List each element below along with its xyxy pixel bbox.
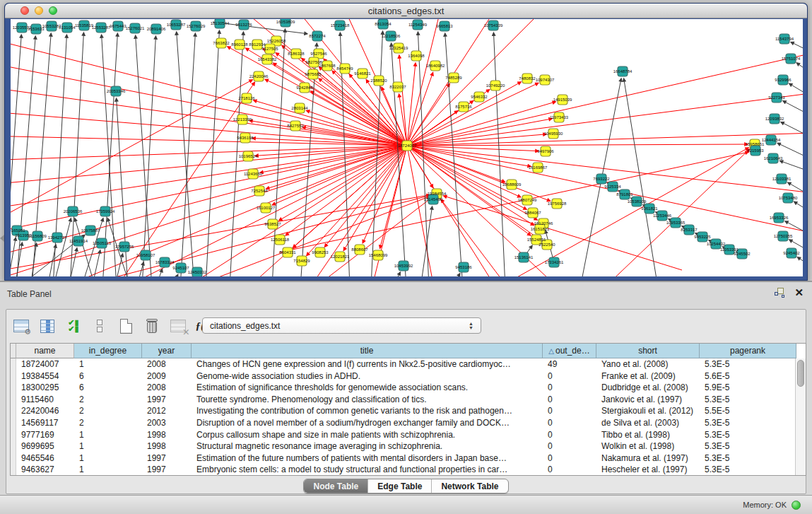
table-row[interactable]: 1456911722003Disruption of a novel membe…: [11, 417, 806, 429]
svg-text:9513276: 9513276: [235, 23, 252, 27]
svg-text:7485289: 7485289: [445, 76, 462, 80]
new-column-button[interactable]: [117, 317, 135, 335]
svg-text:8131054: 8131054: [59, 25, 76, 30]
svg-text:15276029: 15276029: [187, 24, 206, 28]
table-scrollbar[interactable]: [795, 358, 806, 475]
cell: 22420046: [16, 405, 74, 417]
column-header-year[interactable]: year: [142, 344, 192, 358]
column-header-name[interactable]: name: [16, 344, 74, 358]
collapse-handle-icon[interactable]: [0, 235, 4, 242]
svg-text:15723418: 15723418: [331, 23, 350, 28]
svg-text:12750355: 12750355: [774, 234, 793, 238]
table-row[interactable]: 977716911998Corpus callosum shape and si…: [11, 429, 806, 441]
svg-text:8215953: 8215953: [747, 148, 764, 153]
svg-text:18640982: 18640982: [426, 64, 445, 68]
cell: [11, 358, 16, 370]
svg-text:9665813: 9665813: [436, 24, 453, 28]
svg-text:20206536: 20206536: [64, 209, 83, 214]
table-options-button[interactable]: ⚙: [12, 317, 30, 335]
svg-text:9527546: 9527546: [310, 52, 327, 56]
svg-text:2522540: 2522540: [539, 243, 555, 247]
svg-text:7252544: 7252544: [251, 189, 268, 193]
table-row[interactable]: 946554611997Estimation of the future num…: [11, 452, 806, 465]
dropdown-arrows-icon: ▲▼: [469, 322, 473, 330]
show-column-button[interactable]: [38, 317, 57, 335]
cell: Dudbridge et al. (2008): [596, 382, 700, 394]
cell: 9699695: [16, 440, 74, 452]
cell: Investigating the contribution of common…: [192, 405, 543, 417]
table-row[interactable]: 2242004622012Investigating the contribut…: [11, 405, 806, 417]
cell: 0: [543, 452, 596, 465]
column-header-out_de…[interactable]: △out_de…: [543, 344, 596, 358]
column-header-title[interactable]: title: [192, 344, 543, 358]
table-row[interactable]: 1830029562008Estimation of significance …: [11, 382, 806, 394]
cell: 19384554: [16, 370, 74, 382]
tab-network-table[interactable]: Network Table: [431, 479, 507, 493]
svg-text:2803144: 2803144: [291, 106, 308, 110]
svg-text:9146821: 9146821: [354, 71, 371, 76]
cell: Nakamura et al. (1997): [596, 452, 700, 465]
svg-text:20891406: 20891406: [147, 27, 166, 31]
table-panel-title: Table Panel: [7, 289, 52, 299]
svg-text:11543794: 11543794: [775, 37, 794, 41]
network-view[interactable]: 1872400776638228960128891293415226058912…: [11, 19, 803, 276]
cell: [11, 417, 16, 429]
tab-node-table[interactable]: Node Table: [304, 479, 367, 493]
svg-text:20053346: 20053346: [107, 89, 126, 93]
svg-text:10974307: 10974307: [536, 78, 555, 82]
node-table[interactable]: namein_degreeyeartitle△out_de…shortpager…: [10, 343, 806, 476]
column-header-gutter: [11, 344, 16, 358]
svg-text:16543382: 16543382: [258, 57, 277, 62]
cell: 5.3E-5: [700, 417, 796, 429]
memory-status-label: Memory: OK: [743, 501, 787, 509]
svg-text:12093832: 12093832: [765, 117, 784, 121]
table-row[interactable]: 1938455462009Genome-wide association stu…: [11, 370, 806, 382]
svg-text:18724007: 18724007: [398, 144, 417, 148]
svg-text:9875685: 9875685: [305, 72, 322, 76]
cell: 5.3E-5: [700, 429, 796, 441]
new-file-icon: [120, 319, 132, 334]
cell: 2008: [142, 358, 192, 370]
delete-column-button[interactable]: [143, 317, 161, 335]
column-header-in_degree[interactable]: in_degree: [74, 344, 142, 358]
table-row[interactable]: 969969511998Structural magnetic resonanc…: [11, 440, 806, 452]
scrollbar-thumb[interactable]: [797, 360, 804, 387]
svg-text:2718126: 2718126: [238, 96, 255, 100]
hide-columns-button[interactable]: [90, 317, 109, 335]
tab-edge-table[interactable]: Edge Table: [367, 479, 431, 493]
table-row[interactable]: 1872400712008Changes of HCN gene express…: [11, 358, 806, 370]
table-row[interactable]: 946362711997Embryonic stem cells: a mode…: [11, 464, 806, 476]
float-panel-icon[interactable]: [775, 288, 784, 298]
svg-text:7154829: 7154829: [293, 259, 310, 263]
svg-text:11253446: 11253446: [653, 214, 672, 218]
svg-text:8604331: 8604331: [279, 250, 296, 255]
cell: 0: [543, 417, 596, 429]
close-panel-icon[interactable]: ✕: [794, 288, 804, 298]
cell: 2: [74, 394, 142, 406]
svg-text:7480832: 7480832: [519, 76, 536, 81]
svg-text:10958107: 10958107: [136, 253, 155, 257]
cell: 5.3E-5: [700, 358, 796, 370]
svg-text:11243650: 11243650: [244, 172, 263, 176]
select-columns-button[interactable]: ✔▮✔▮: [64, 317, 83, 335]
window-titlebar[interactable]: citations_edges.txt: [5, 4, 807, 18]
cell: 0: [543, 370, 596, 382]
svg-text:13505113: 13505113: [93, 241, 112, 245]
column-header-pagerank[interactable]: pagerank: [700, 344, 796, 358]
memory-status-icon[interactable]: [792, 501, 801, 510]
column-header-short[interactable]: short: [596, 344, 700, 358]
cell: Disruption of a novel member of a sodium…: [192, 417, 543, 429]
svg-text:10495930: 10495930: [544, 132, 563, 136]
network-window: citations_edges.txt 18724007766382289601…: [4, 3, 808, 281]
cell: Structural magnetic resonance image aver…: [192, 440, 543, 452]
svg-text:12103381: 12103381: [772, 177, 792, 181]
cell: [11, 464, 16, 476]
cell: Tibbo et al. (1998): [596, 429, 700, 441]
cell: Corpus callosum shape and size in male p…: [192, 429, 543, 441]
table-panel-box: ⚙ ✔▮✔▮ ⨉ ƒ(x) citations_edges.txt ▲▼ nam…: [6, 309, 806, 494]
table-select-dropdown[interactable]: citations_edges.txt ▲▼: [202, 317, 481, 334]
table-toolbar: ⚙ ✔▮✔▮ ⨉ ƒ(x): [12, 315, 213, 337]
cell: [11, 429, 16, 441]
table-row[interactable]: 911546021997Tourette syndrome. Phenomeno…: [11, 394, 806, 406]
cell: Changes of HCN gene expression and I(f) …: [192, 358, 543, 370]
